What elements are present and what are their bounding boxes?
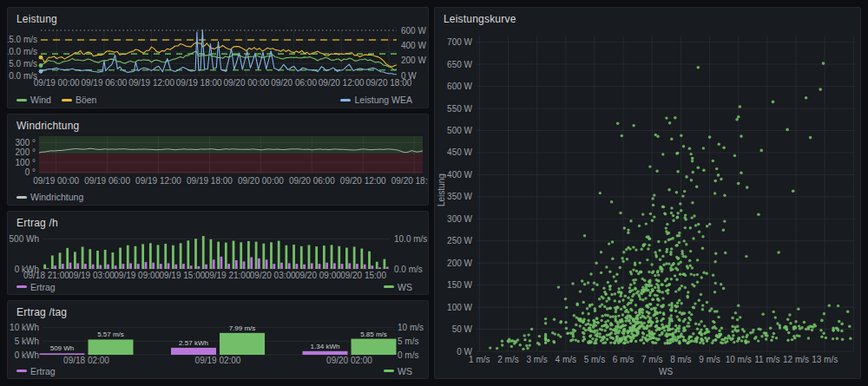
leistungskurve-chart[interactable]: Leistung WS 0 W50 W100 W150 W200 W250 W3…: [435, 29, 860, 378]
svg-text:09/19 15:00: 09/19 15:00: [159, 271, 205, 280]
svg-text:0.0 m/s: 0.0 m/s: [394, 265, 423, 274]
legend-item-leistung-wea[interactable]: Leistung WEA: [340, 95, 412, 105]
leistung-legend: WindBöenLeistung WEA: [8, 94, 428, 108]
svg-text:09/20 12:00: 09/20 12:00: [340, 176, 386, 186]
svg-text:09/19 06:00: 09/19 06:00: [84, 176, 130, 186]
panel-leistung: Leistung 09/19 00:0009/19 06:0009/19 12:…: [7, 7, 429, 108]
legend-swatch: [16, 196, 27, 199]
svg-text:300 W: 300 W: [447, 214, 472, 224]
svg-text:650 W: 650 W: [447, 60, 472, 69]
svg-text:09/18 02:00: 09/18 02:00: [63, 356, 109, 365]
panel-ertrag-tag: Ertrag /tag 0 kWh5 kWh10 kWh0 m/s5 m/s10…: [7, 300, 429, 379]
svg-text:8 m/s: 8 m/s: [670, 355, 691, 364]
svg-text:12 m/s: 12 m/s: [783, 355, 809, 364]
svg-text:4 m/s: 4 m/s: [556, 355, 576, 364]
svg-text:09/19 03:00: 09/19 03:00: [69, 271, 115, 280]
legend-item-wind[interactable]: Wind: [16, 95, 51, 105]
svg-text:550 W: 550 W: [447, 104, 472, 114]
svg-text:09/20 09:00: 09/20 09:00: [295, 271, 341, 280]
legend-swatch: [16, 99, 27, 101]
legend-swatch: [384, 285, 394, 288]
ertrag-tag-chart[interactable]: 0 kWh5 kWh10 kWh0 m/s5 m/s10 m/s509 Wh5.…: [8, 318, 428, 365]
legend-swatch: [16, 285, 27, 288]
panel-title-leistungskurve[interactable]: Leistungskurve: [435, 8, 860, 29]
svg-text:50 W: 50 W: [452, 324, 473, 334]
svg-text:400 W: 400 W: [401, 41, 426, 50]
svg-text:0 W: 0 W: [401, 71, 417, 81]
svg-text:6 m/s: 6 m/s: [613, 355, 634, 364]
svg-text:1 m/s: 1 m/s: [469, 355, 490, 364]
svg-text:09/20 02:00: 09/20 02:00: [326, 356, 372, 365]
svg-text:5 m/s: 5 m/s: [584, 355, 605, 364]
svg-text:10.0 m/s: 10.0 m/s: [394, 234, 427, 244]
panel-title-leistung[interactable]: Leistung: [8, 8, 428, 27]
svg-text:13 m/s: 13 m/s: [812, 355, 838, 364]
svg-text:09/19 18:00: 09/19 18:00: [187, 176, 233, 186]
svg-text:350 W: 350 W: [447, 192, 472, 201]
svg-text:09/20 00:00: 09/20 00:00: [223, 78, 269, 88]
ertrag-tag-legend: ErtragWS: [8, 365, 428, 378]
ertrag-h-chart[interactable]: 09/18 21:0009/19 03:0009/19 09:0009/19 1…: [8, 229, 428, 281]
svg-text:0 kWh: 0 kWh: [15, 350, 39, 360]
svg-text:600 W: 600 W: [401, 27, 426, 36]
svg-text:500 W: 500 W: [447, 126, 472, 135]
svg-text:450 W: 450 W: [447, 147, 472, 157]
svg-text:7 m/s: 7 m/s: [641, 355, 662, 364]
svg-text:300 °: 300 °: [16, 138, 36, 147]
panel-title-ertrag-tag[interactable]: Ertrag /tag: [8, 301, 428, 318]
panel-title-ertrag-h[interactable]: Ertrag /h: [8, 212, 428, 229]
windrichtung-chart[interactable]: 09/19 00:0009/19 06:0009/19 12:0009/19 1…: [8, 134, 428, 191]
svg-text:5.0 m/s: 5.0 m/s: [9, 59, 37, 69]
windrichtung-legend: Windrichtung: [8, 191, 428, 205]
svg-text:150 W: 150 W: [447, 280, 472, 290]
svg-text:09/19 00:00: 09/19 00:00: [34, 78, 80, 88]
panel-title-windrichtung[interactable]: Windrichtung: [8, 114, 428, 134]
panel-ertrag-h: Ertrag /h 09/18 21:0009/19 03:0009/19 09…: [7, 211, 429, 295]
grafana-dashboard: Leistung 09/19 00:0009/19 06:0009/19 12:…: [0, 0, 868, 386]
svg-text:250 W: 250 W: [447, 236, 472, 245]
svg-text:5.57 m/s: 5.57 m/s: [97, 330, 124, 338]
svg-text:1.34 kWh: 1.34 kWh: [311, 343, 340, 350]
legend-item-ertrag[interactable]: Ertrag: [16, 282, 56, 292]
svg-text:09/20 00:00: 09/20 00:00: [238, 176, 284, 186]
ertrag-h-legend: ErtragWS: [8, 281, 428, 294]
svg-text:09/19 00:00: 09/19 00:00: [33, 176, 79, 186]
svg-text:0 kWh: 0 kWh: [15, 265, 39, 274]
svg-text:09/19 12:00: 09/19 12:00: [135, 176, 181, 186]
svg-text:100 °: 100 °: [16, 158, 36, 167]
x-axis-title-ws: WS: [477, 367, 855, 376]
svg-text:200 W: 200 W: [447, 258, 472, 268]
legend-item-windrichtung[interactable]: Windrichtung: [16, 192, 83, 202]
legend-swatch: [16, 370, 27, 372]
legend-item-ws[interactable]: WS: [384, 282, 412, 292]
svg-text:3 m/s: 3 m/s: [526, 355, 547, 364]
svg-text:09/19 21:00: 09/19 21:00: [205, 271, 251, 280]
legend-item-b-en[interactable]: Böen: [62, 95, 97, 105]
svg-text:5 kWh: 5 kWh: [15, 337, 39, 346]
legend-item-ws[interactable]: WS: [384, 366, 412, 376]
panel-leistungskurve: Leistungskurve Leistung WS 0 W50 W100 W1…: [434, 7, 861, 379]
svg-text:11 m/s: 11 m/s: [754, 355, 779, 364]
svg-text:09/20 03:00: 09/20 03:00: [250, 271, 296, 280]
left-column: Leistung 09/19 00:0009/19 06:0009/19 12:…: [7, 7, 429, 379]
svg-text:09/19 06:00: 09/19 06:00: [81, 78, 127, 88]
panel-windrichtung: Windrichtung 09/19 00:0009/19 06:0009/19…: [7, 114, 429, 206]
leistung-chart[interactable]: 09/19 00:0009/19 06:0009/19 12:0009/19 1…: [8, 27, 428, 94]
svg-text:0.0 m/s: 0.0 m/s: [9, 71, 37, 81]
legend-swatch: [384, 370, 394, 372]
svg-text:09/20 06:00: 09/20 06:00: [271, 78, 317, 88]
legend-item-ertrag[interactable]: Ertrag: [16, 366, 56, 376]
svg-text:0 m/s: 0 m/s: [398, 350, 418, 360]
svg-text:100 W: 100 W: [447, 303, 472, 312]
svg-text:09/20 15:00: 09/20 15:00: [340, 271, 386, 280]
svg-text:500 Wh: 500 Wh: [10, 234, 39, 244]
svg-text:600 W: 600 W: [447, 82, 472, 91]
svg-text:700 W: 700 W: [447, 37, 472, 47]
svg-text:10.0 m/s: 10.0 m/s: [8, 47, 37, 56]
svg-text:10 kWh: 10 kWh: [10, 323, 39, 332]
svg-text:15.0 m/s: 15.0 m/s: [8, 35, 37, 44]
svg-text:09/20 12:00: 09/20 12:00: [319, 78, 365, 88]
svg-text:09/19 09:00: 09/19 09:00: [114, 271, 160, 280]
svg-text:09/19 12:00: 09/19 12:00: [128, 78, 174, 88]
svg-text:10 m/s: 10 m/s: [726, 355, 752, 364]
